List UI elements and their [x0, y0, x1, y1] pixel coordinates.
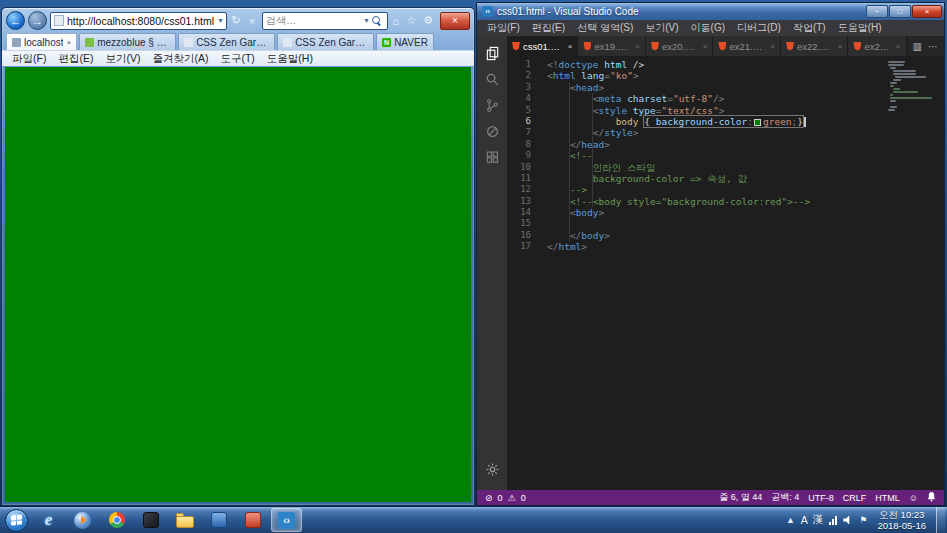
tab-close-icon[interactable]: × — [66, 38, 71, 47]
editor-tab[interactable]: ex20.html× — [646, 36, 714, 56]
problems-indicator[interactable]: ⊘0⚠0 — [485, 493, 526, 503]
tools-gear-icon[interactable]: ⚙ — [421, 14, 435, 27]
network-icon[interactable] — [829, 516, 837, 525]
favorites-star-icon[interactable]: ☆ — [404, 14, 418, 27]
page-favicon — [54, 15, 64, 26]
split-editor-icon[interactable]: ▥ — [913, 41, 922, 52]
browser-tab[interactable]: mezzoblue § css Zen... — [79, 33, 176, 50]
menu-item[interactable]: 디버그(D) — [731, 21, 787, 35]
editor-tab[interactable]: ex21.html× — [713, 36, 781, 56]
minimize-button[interactable]: − — [866, 5, 888, 18]
editor-tab[interactable]: ex19.html× — [578, 36, 646, 56]
more-actions-icon[interactable]: ⋯ — [928, 41, 938, 52]
code-token: style — [604, 127, 633, 138]
code-token: <!--<body style="background-color:red">-… — [570, 196, 810, 207]
menu-item[interactable]: 도움말(H) — [832, 21, 888, 35]
forward-button[interactable]: → — [28, 11, 47, 30]
tab-close-icon[interactable]: × — [635, 42, 640, 51]
minimap-line — [890, 100, 896, 102]
browser-tab[interactable]: CSS Zen Garden: The... — [277, 33, 374, 50]
search-icon[interactable] — [477, 66, 507, 92]
extensions-icon[interactable] — [477, 144, 507, 170]
editor-tab[interactable]: ex22.html× — [781, 36, 849, 56]
home-icon[interactable]: ⌂ — [391, 15, 402, 27]
line-number: 4 — [507, 93, 537, 104]
menu-item[interactable]: 파일(F) — [481, 21, 526, 35]
taskbar-icon-chrome[interactable] — [101, 508, 132, 532]
action-center-flag-icon[interactable]: ⚑ — [859, 515, 867, 525]
ime-indicator[interactable]: A — [801, 514, 808, 526]
menu-item[interactable]: 도구(T) — [214, 52, 260, 66]
editor-tab[interactable]: ex23.ht× — [848, 36, 906, 56]
status-right: 줄 6, 열 44공백: 4UTF-8CRLFHTML ☺ — [719, 491, 936, 504]
taskbar-icon-app-red[interactable] — [237, 508, 268, 532]
windows-flag-icon — [11, 514, 22, 525]
status-item[interactable]: HTML — [875, 493, 900, 503]
status-item[interactable]: UTF-8 — [808, 493, 834, 503]
source-control-icon[interactable] — [477, 92, 507, 118]
menu-item[interactable]: 즐겨찾기(A) — [146, 52, 214, 66]
taskbar-icon-explorer[interactable] — [169, 508, 200, 532]
back-button[interactable]: ← — [6, 11, 25, 30]
menu-item[interactable]: 작업(T) — [787, 21, 832, 35]
hidden-icons-arrow[interactable]: ▲ — [786, 515, 795, 525]
taskbar-icon-wmp[interactable] — [67, 508, 98, 532]
status-item[interactable]: 줄 6, 열 44 — [719, 491, 762, 504]
menu-item[interactable]: 도움말(H) — [261, 52, 319, 66]
tab-close-icon[interactable]: × — [838, 42, 843, 51]
refresh-button[interactable]: ↻ — [230, 14, 243, 27]
start-button[interactable] — [5, 509, 28, 532]
address-dropdown-icon[interactable]: ▾ — [219, 16, 223, 25]
menu-item[interactable]: 파일(F) — [6, 52, 52, 66]
debug-icon[interactable] — [477, 118, 507, 144]
html-file-icon — [651, 42, 659, 51]
maximize-button[interactable]: □ — [889, 5, 911, 18]
taskbar-icon-ie[interactable]: e — [33, 508, 64, 532]
settings-gear-icon[interactable] — [477, 456, 507, 482]
menu-item[interactable]: 이동(G) — [685, 21, 731, 35]
menu-item[interactable]: 선택 영역(S) — [571, 21, 639, 35]
menu-item[interactable]: 편집(E) — [52, 52, 99, 66]
close-button[interactable]: × — [912, 5, 942, 18]
ime-indicators: A漢 — [801, 513, 824, 527]
line-number: 12 — [507, 184, 537, 195]
taskbar-icon-app-blue[interactable] — [203, 508, 234, 532]
menu-item[interactable]: 보기(V) — [639, 21, 684, 35]
address-bar[interactable]: http://localhost:8080/css01.html ▾ — [50, 12, 227, 30]
minimap[interactable] — [888, 61, 938, 111]
text-cursor — [804, 117, 806, 127]
minimap-line — [890, 94, 893, 96]
ie-close-button[interactable]: × — [440, 12, 470, 30]
tab-close-icon[interactable]: × — [896, 42, 901, 51]
code-token: lang — [581, 70, 604, 81]
menu-item[interactable]: 보기(V) — [99, 52, 146, 66]
explorer-icon[interactable] — [477, 40, 507, 66]
line-number: 1 — [507, 59, 537, 70]
browser-tab[interactable]: NNAVER — [376, 33, 434, 50]
status-item[interactable]: CRLF — [843, 493, 867, 503]
taskbar-icon-vscode[interactable]: ‹› — [271, 508, 302, 532]
tab-close-icon[interactable]: × — [770, 42, 775, 51]
search-dropdown-icon[interactable]: ▾ — [365, 16, 369, 25]
search-box[interactable]: 검색... ▾ — [262, 12, 388, 30]
code-token: </ — [570, 230, 581, 241]
menu-item[interactable]: 편집(E) — [526, 21, 571, 35]
notifications-bell-icon[interactable] — [927, 492, 936, 504]
stop-button[interactable]: × — [246, 15, 259, 27]
code-editor[interactable]: 1234567891011121314151617 <!doctype html… — [507, 56, 944, 490]
code-token: green — [763, 116, 792, 127]
volume-icon[interactable] — [843, 516, 853, 525]
editor-tab[interactable]: css01.html× — [507, 36, 578, 56]
taskbar-clock[interactable]: 오전 10:23 2018-05-16 — [877, 509, 926, 532]
search-icon[interactable] — [372, 16, 382, 26]
feedback-smiley-icon[interactable]: ☺ — [909, 493, 918, 503]
tab-close-icon[interactable]: × — [568, 42, 573, 51]
tab-close-icon[interactable]: × — [703, 42, 708, 51]
code-token — [547, 116, 616, 127]
taskbar-icon-app-dark[interactable] — [135, 508, 166, 532]
status-item[interactable]: 공백: 4 — [771, 491, 799, 504]
show-desktop-button[interactable] — [936, 507, 945, 533]
browser-tab[interactable]: localhost× — [6, 33, 77, 50]
ime-indicator[interactable]: 漢 — [813, 513, 824, 527]
browser-tab[interactable]: CSS Zen Garden: The... — [178, 33, 275, 50]
